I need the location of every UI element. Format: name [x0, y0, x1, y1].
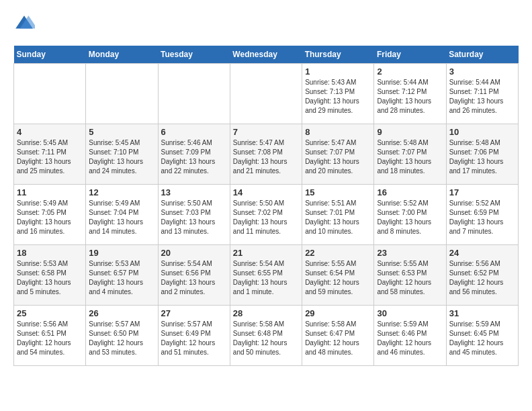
day-number: 14	[233, 187, 299, 197]
calendar-cell	[158, 64, 230, 124]
calendar-week-row: 25Sunrise: 5:56 AM Sunset: 6:51 PM Dayli…	[14, 306, 519, 366]
column-header-monday: Monday	[86, 46, 158, 64]
day-number: 18	[17, 248, 83, 258]
calendar-cell: 9Sunrise: 5:48 AM Sunset: 7:07 PM Daylig…	[374, 124, 446, 185]
calendar-cell: 31Sunrise: 5:59 AM Sunset: 6:45 PM Dayli…	[446, 306, 518, 366]
day-info: Sunrise: 5:50 AM Sunset: 7:03 PM Dayligh…	[161, 199, 227, 236]
day-number: 17	[449, 187, 515, 197]
day-info: Sunrise: 5:59 AM Sunset: 6:46 PM Dayligh…	[377, 320, 443, 357]
day-number: 7	[233, 127, 299, 137]
day-info: Sunrise: 5:47 AM Sunset: 7:08 PM Dayligh…	[233, 138, 299, 176]
day-info: Sunrise: 5:49 AM Sunset: 7:04 PM Dayligh…	[89, 199, 154, 236]
calendar-cell: 18Sunrise: 5:53 AM Sunset: 6:58 PM Dayli…	[14, 245, 86, 306]
day-number: 15	[305, 187, 371, 197]
calendar-cell: 21Sunrise: 5:54 AM Sunset: 6:55 PM Dayli…	[230, 245, 302, 306]
calendar-cell: 8Sunrise: 5:47 AM Sunset: 7:07 PM Daylig…	[302, 124, 374, 185]
calendar-cell	[86, 64, 158, 124]
column-header-friday: Friday	[374, 46, 446, 64]
day-number: 22	[305, 248, 371, 258]
calendar-cell: 23Sunrise: 5:55 AM Sunset: 6:53 PM Dayli…	[374, 245, 446, 306]
day-info: Sunrise: 5:58 AM Sunset: 6:48 PM Dayligh…	[233, 320, 299, 357]
calendar-cell	[14, 64, 86, 124]
calendar-cell: 6Sunrise: 5:46 AM Sunset: 7:09 PM Daylig…	[158, 124, 230, 185]
day-info: Sunrise: 5:44 AM Sunset: 7:11 PM Dayligh…	[449, 78, 515, 116]
day-number: 26	[89, 308, 154, 318]
day-number: 23	[377, 248, 443, 258]
logo-icon	[13, 13, 35, 35]
day-info: Sunrise: 5:54 AM Sunset: 6:55 PM Dayligh…	[233, 259, 299, 297]
calendar-cell: 10Sunrise: 5:48 AM Sunset: 7:06 PM Dayli…	[446, 124, 518, 185]
day-number: 24	[449, 248, 515, 258]
day-number: 12	[89, 187, 154, 197]
day-info: Sunrise: 5:54 AM Sunset: 6:56 PM Dayligh…	[161, 259, 227, 297]
day-info: Sunrise: 5:55 AM Sunset: 6:53 PM Dayligh…	[377, 259, 443, 297]
calendar-cell: 28Sunrise: 5:58 AM Sunset: 6:48 PM Dayli…	[230, 306, 302, 366]
day-number: 8	[305, 127, 371, 137]
day-info: Sunrise: 5:45 AM Sunset: 7:11 PM Dayligh…	[17, 138, 83, 176]
day-number: 20	[161, 248, 227, 258]
calendar-cell: 19Sunrise: 5:53 AM Sunset: 6:57 PM Dayli…	[86, 245, 158, 306]
day-info: Sunrise: 5:57 AM Sunset: 6:50 PM Dayligh…	[89, 320, 154, 357]
calendar-cell: 25Sunrise: 5:56 AM Sunset: 6:51 PM Dayli…	[14, 306, 86, 366]
day-number: 29	[305, 308, 371, 318]
calendar-cell: 15Sunrise: 5:51 AM Sunset: 7:01 PM Dayli…	[302, 185, 374, 245]
day-info: Sunrise: 5:55 AM Sunset: 6:54 PM Dayligh…	[305, 259, 371, 297]
day-number: 25	[17, 308, 83, 318]
day-info: Sunrise: 5:46 AM Sunset: 7:09 PM Dayligh…	[161, 138, 227, 176]
calendar-cell: 1Sunrise: 5:43 AM Sunset: 7:13 PM Daylig…	[302, 64, 374, 124]
calendar-cell: 29Sunrise: 5:58 AM Sunset: 6:47 PM Dayli…	[302, 306, 374, 366]
day-number: 6	[161, 127, 227, 137]
calendar-cell: 20Sunrise: 5:54 AM Sunset: 6:56 PM Dayli…	[158, 245, 230, 306]
calendar-cell: 17Sunrise: 5:52 AM Sunset: 6:59 PM Dayli…	[446, 185, 518, 245]
day-number: 28	[233, 308, 299, 318]
calendar-cell: 22Sunrise: 5:55 AM Sunset: 6:54 PM Dayli…	[302, 245, 374, 306]
calendar-week-row: 4Sunrise: 5:45 AM Sunset: 7:11 PM Daylig…	[14, 124, 519, 185]
day-info: Sunrise: 5:59 AM Sunset: 6:45 PM Dayligh…	[449, 320, 515, 357]
day-info: Sunrise: 5:50 AM Sunset: 7:02 PM Dayligh…	[233, 199, 299, 236]
calendar-cell: 30Sunrise: 5:59 AM Sunset: 6:46 PM Dayli…	[374, 306, 446, 366]
day-info: Sunrise: 5:58 AM Sunset: 6:47 PM Dayligh…	[305, 320, 371, 357]
column-header-saturday: Saturday	[446, 46, 518, 64]
day-info: Sunrise: 5:56 AM Sunset: 6:52 PM Dayligh…	[449, 259, 515, 297]
calendar-cell: 13Sunrise: 5:50 AM Sunset: 7:03 PM Dayli…	[158, 185, 230, 245]
day-info: Sunrise: 5:51 AM Sunset: 7:01 PM Dayligh…	[305, 199, 371, 236]
calendar-cell	[230, 64, 302, 124]
day-info: Sunrise: 5:56 AM Sunset: 6:51 PM Dayligh…	[17, 320, 83, 357]
page-header	[13, 13, 519, 35]
day-number: 2	[377, 66, 443, 77]
day-info: Sunrise: 5:53 AM Sunset: 6:58 PM Dayligh…	[17, 259, 83, 297]
day-info: Sunrise: 5:47 AM Sunset: 7:07 PM Dayligh…	[305, 138, 371, 176]
day-number: 16	[377, 187, 443, 197]
calendar-table: SundayMondayTuesdayWednesdayThursdayFrid…	[13, 46, 519, 366]
day-info: Sunrise: 5:45 AM Sunset: 7:10 PM Dayligh…	[89, 138, 154, 176]
calendar-cell: 4Sunrise: 5:45 AM Sunset: 7:11 PM Daylig…	[14, 124, 86, 185]
day-info: Sunrise: 5:44 AM Sunset: 7:12 PM Dayligh…	[377, 78, 443, 116]
calendar-cell: 12Sunrise: 5:49 AM Sunset: 7:04 PM Dayli…	[86, 185, 158, 245]
calendar-cell: 3Sunrise: 5:44 AM Sunset: 7:11 PM Daylig…	[446, 64, 518, 124]
calendar-cell: 14Sunrise: 5:50 AM Sunset: 7:02 PM Dayli…	[230, 185, 302, 245]
day-number: 3	[449, 66, 515, 77]
day-info: Sunrise: 5:43 AM Sunset: 7:13 PM Dayligh…	[305, 78, 371, 116]
column-header-sunday: Sunday	[14, 46, 86, 64]
calendar-cell: 26Sunrise: 5:57 AM Sunset: 6:50 PM Dayli…	[86, 306, 158, 366]
day-number: 30	[377, 308, 443, 318]
calendar-cell: 5Sunrise: 5:45 AM Sunset: 7:10 PM Daylig…	[86, 124, 158, 185]
calendar-header-row: SundayMondayTuesdayWednesdayThursdayFrid…	[14, 46, 519, 64]
day-number: 4	[17, 127, 83, 137]
day-number: 31	[449, 308, 515, 318]
day-number: 21	[233, 248, 299, 258]
calendar-week-row: 18Sunrise: 5:53 AM Sunset: 6:58 PM Dayli…	[14, 245, 519, 306]
day-number: 5	[89, 127, 154, 137]
day-number: 27	[161, 308, 227, 318]
day-number: 10	[449, 127, 515, 137]
day-number: 13	[161, 187, 227, 197]
column-header-thursday: Thursday	[302, 46, 374, 64]
calendar-cell: 24Sunrise: 5:56 AM Sunset: 6:52 PM Dayli…	[446, 245, 518, 306]
day-info: Sunrise: 5:53 AM Sunset: 6:57 PM Dayligh…	[89, 259, 154, 297]
day-info: Sunrise: 5:48 AM Sunset: 7:06 PM Dayligh…	[449, 138, 515, 176]
day-number: 9	[377, 127, 443, 137]
calendar-cell: 2Sunrise: 5:44 AM Sunset: 7:12 PM Daylig…	[374, 64, 446, 124]
day-info: Sunrise: 5:52 AM Sunset: 7:00 PM Dayligh…	[377, 199, 443, 236]
calendar-cell: 7Sunrise: 5:47 AM Sunset: 7:08 PM Daylig…	[230, 124, 302, 185]
calendar-week-row: 1Sunrise: 5:43 AM Sunset: 7:13 PM Daylig…	[14, 64, 519, 124]
